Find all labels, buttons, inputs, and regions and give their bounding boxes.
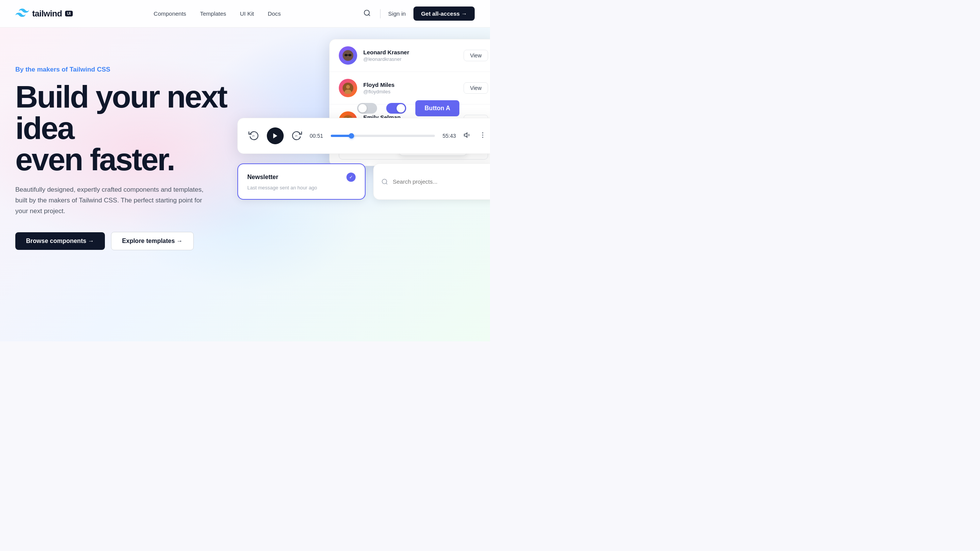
- user-item-0: Leonard Krasner @leonardkrasner View: [330, 39, 490, 72]
- svg-text:15: 15: [252, 134, 254, 137]
- hero-description: Beautifully designed, expertly crafted c…: [15, 184, 214, 217]
- nav-components[interactable]: Components: [154, 10, 186, 17]
- audio-progress-fill: [331, 135, 351, 137]
- forward-icon: 15: [291, 130, 302, 140]
- more-options-button[interactable]: [479, 131, 487, 141]
- user-handle-floyd: @floydmiles: [363, 89, 457, 95]
- user-info-leonard: Leonard Krasner @leonardkrasner: [363, 49, 457, 62]
- play-icon: [272, 132, 279, 139]
- toggle-off[interactable]: [357, 103, 377, 114]
- user-name-floyd: Floyd Miles: [363, 82, 457, 88]
- play-button[interactable]: [267, 127, 284, 144]
- nav-ui-kit[interactable]: UI Kit: [240, 10, 254, 17]
- svg-point-1: [343, 50, 353, 61]
- user-name-leonard: Leonard Krasner: [363, 49, 457, 55]
- forward-button[interactable]: 15: [291, 130, 302, 142]
- nav-links: Components Templates UI Kit Docs: [154, 10, 281, 17]
- newsletter-card: Newsletter ✓ Last message sent an hour a…: [237, 163, 366, 200]
- user-info-floyd: Floyd Miles @floydmiles: [363, 82, 457, 95]
- logo[interactable]: tailwind UI: [15, 8, 73, 19]
- bottom-section: Newsletter ✓ Last message sent an hour a…: [237, 163, 490, 200]
- audio-current-time: 00:51: [310, 133, 323, 139]
- search-projects-input[interactable]: [393, 178, 490, 185]
- svg-point-17: [482, 132, 483, 133]
- svg-text:15: 15: [295, 134, 297, 137]
- search-icon: [363, 9, 371, 17]
- svg-marker-14: [273, 133, 278, 139]
- logo-badge: UI: [65, 11, 73, 16]
- audio-progress-bar[interactable]: [331, 135, 435, 137]
- explore-templates-button[interactable]: Explore templates →: [111, 232, 194, 250]
- avatar-floyd: [339, 79, 357, 97]
- rewind-button[interactable]: 15: [248, 130, 259, 142]
- hero-tagline: By the makers of Tailwind CSS: [15, 66, 268, 73]
- get-access-button[interactable]: Get all-access →: [413, 7, 475, 21]
- svg-point-8: [346, 85, 350, 89]
- nav-divider: [380, 9, 381, 18]
- hero-buttons: Browse components → Explore templates →: [15, 232, 268, 250]
- hero-title: Build your next idea even faster.: [15, 81, 268, 175]
- svg-point-19: [482, 137, 483, 138]
- view-button-leonard[interactable]: View: [464, 50, 488, 61]
- user-item-1: Floyd Miles @floydmiles View: [330, 72, 490, 104]
- logo-text: tailwind: [32, 9, 62, 19]
- rewind-icon: 15: [248, 130, 259, 140]
- audio-player-card: 15 15 00:51 55:43: [237, 118, 490, 154]
- avatar-icon-floyd: [342, 82, 354, 94]
- newsletter-header: Newsletter ✓: [247, 173, 356, 182]
- view-button-floyd[interactable]: View: [464, 82, 488, 94]
- volume-button[interactable]: [464, 131, 471, 141]
- nav-templates[interactable]: Templates: [200, 10, 226, 17]
- svg-point-20: [382, 179, 387, 184]
- browse-components-button[interactable]: Browse components →: [15, 232, 105, 250]
- audio-total-time: 55:43: [443, 133, 456, 139]
- more-icon: [479, 131, 487, 139]
- toggle-on[interactable]: [386, 103, 406, 114]
- newsletter-title: Newsletter: [247, 174, 278, 181]
- search-button[interactable]: [362, 8, 372, 20]
- nav-actions: Sign in Get all-access →: [362, 7, 475, 21]
- hero-section: By the makers of Tailwind CSS Build your…: [0, 28, 490, 341]
- hero-content: By the makers of Tailwind CSS Build your…: [15, 51, 268, 250]
- navbar: tailwind UI Components Templates UI Kit …: [0, 0, 490, 28]
- button-a[interactable]: Button A: [415, 100, 459, 116]
- newsletter-check-icon: ✓: [346, 173, 356, 182]
- toggle-card: Button A: [357, 100, 459, 116]
- projects-search-icon: [381, 178, 388, 185]
- svg-rect-5: [349, 54, 351, 56]
- search-projects-card: [373, 163, 490, 200]
- user-handle-leonard: @leonardkrasner: [363, 56, 457, 62]
- newsletter-subtitle: Last message sent an hour ago: [247, 185, 356, 191]
- svg-point-18: [482, 134, 483, 135]
- svg-rect-4: [345, 54, 347, 56]
- nav-docs[interactable]: Docs: [268, 10, 281, 17]
- volume-icon: [464, 131, 471, 139]
- svg-marker-16: [464, 133, 467, 137]
- avatar-leonard: [339, 46, 357, 65]
- svg-point-0: [364, 10, 369, 15]
- tailwind-logo-icon: [15, 8, 29, 19]
- avatar-icon-leonard: [342, 50, 354, 61]
- signin-link[interactable]: Sign in: [388, 10, 406, 17]
